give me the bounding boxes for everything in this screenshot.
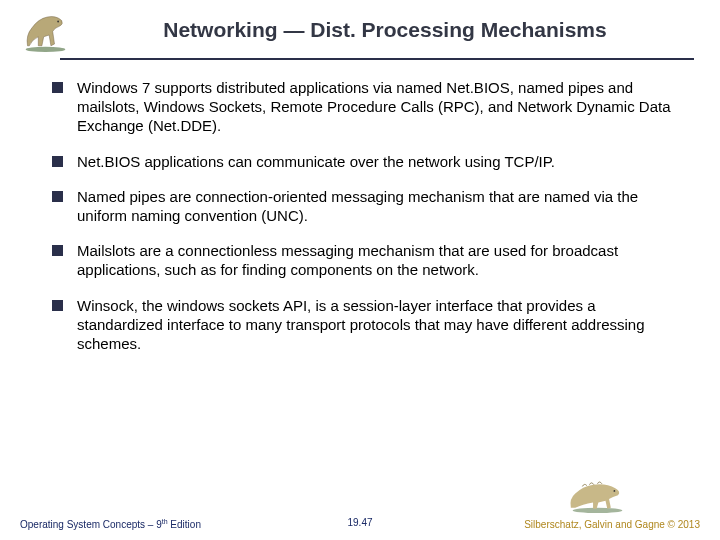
slide-title: Networking — Dist. Processing Mechanisms: [80, 18, 700, 42]
bullet-text: Named pipes are connection-oriented mess…: [77, 187, 680, 225]
slide-footer: Operating System Concepts – 9th Edition …: [0, 518, 720, 530]
bullet-square-icon: [52, 300, 63, 311]
dinosaur-right-icon: [565, 474, 630, 514]
dinosaur-left-icon: [18, 8, 73, 53]
bullet-item: Net.BIOS applications can communicate ov…: [52, 152, 680, 171]
slide-content: Windows 7 supports distributed applicati…: [0, 60, 720, 353]
bullet-square-icon: [52, 82, 63, 93]
bullet-item: Winsock, the windows sockets API, is a s…: [52, 296, 680, 354]
bullet-square-icon: [52, 191, 63, 202]
bullet-text: Mailslots are a connectionless messaging…: [77, 241, 680, 279]
svg-point-3: [614, 490, 616, 492]
footer-edition: Edition: [168, 519, 201, 530]
footer-page: 19.47: [347, 517, 372, 528]
bullet-square-icon: [52, 156, 63, 167]
bullet-text: Net.BIOS applications can communicate ov…: [77, 152, 555, 171]
bullet-square-icon: [52, 245, 63, 256]
bullet-item: Named pipes are connection-oriented mess…: [52, 187, 680, 225]
slide-header: Networking — Dist. Processing Mechanisms: [0, 0, 720, 52]
bullet-item: Mailslots are a connectionless messaging…: [52, 241, 680, 279]
svg-point-1: [57, 21, 59, 23]
footer-left: Operating System Concepts – 9th Edition: [20, 518, 201, 530]
svg-point-2: [573, 508, 623, 513]
bullet-item: Windows 7 supports distributed applicati…: [52, 78, 680, 136]
svg-point-0: [26, 47, 66, 52]
bullet-text: Windows 7 supports distributed applicati…: [77, 78, 680, 136]
footer-book: Operating System Concepts – 9: [20, 519, 162, 530]
bullet-text: Winsock, the windows sockets API, is a s…: [77, 296, 680, 354]
footer-copyright: Silberschatz, Galvin and Gagne © 2013: [524, 519, 700, 530]
